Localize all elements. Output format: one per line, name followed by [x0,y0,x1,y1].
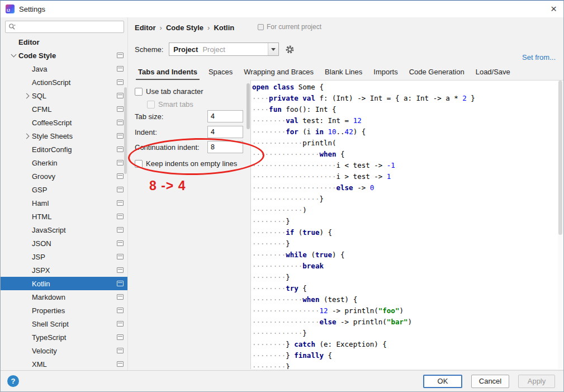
settings-page-icon [117,66,124,72]
scheme-value: Project [173,45,198,54]
sidebar-item-coffeescript[interactable]: CoffeeScript [1,116,127,129]
sidebar-item-typescript[interactable]: TypeScript [1,330,127,344]
chevron-down-icon[interactable] [8,49,18,62]
gear-icon[interactable] [285,44,295,54]
settings-page-icon [117,321,124,327]
arrow-spacer [22,330,32,344]
sidebar-item-label: HTML [32,212,51,221]
code-line: ········for (i in 10..42) { [252,126,563,138]
sidebar-item-markdown[interactable]: Markdown [1,290,127,304]
sidebar-item-velocity[interactable]: Velocity [1,344,127,357]
whitespace-dots: ········ [252,273,286,281]
sidebar-item-jsp[interactable]: JSP [1,250,127,263]
whitespace-dots: ············ [252,295,302,304]
preview-scrollbar[interactable] [558,81,563,369]
breadcrumb-editor[interactable]: Editor [135,23,156,32]
settings-page-icon [117,281,124,286]
settings-page-icon [117,106,124,112]
sidebar-item-actionscript[interactable]: ActionScript [1,75,127,89]
keep-indents-row[interactable]: Keep indents on empty lines [135,159,237,168]
form-scrollbar[interactable] [247,83,250,129]
code-line: ················12 -> println("foo") [252,305,563,317]
tab-spaces[interactable]: Spaces [203,64,238,80]
sidebar-item-label: JSPX [32,266,50,275]
keep-indents-checkbox[interactable] [135,160,143,168]
code-line: ····················i < test -> -1 [252,160,563,171]
sidebar-item-gherkin[interactable]: Gherkin [1,156,127,169]
sidebar-item-editorconfig[interactable]: EditorConfig [1,143,127,156]
tab-load-save[interactable]: Load/Save [470,64,516,80]
whitespace-dots: ········ [252,228,286,237]
use-tab-character-row[interactable]: Use tab character [135,87,203,96]
help-button[interactable]: ? [7,375,19,387]
sidebar-item-html[interactable]: HTML [1,210,127,223]
sidebar-item-code-style[interactable]: Code Style [1,49,127,62]
breadcrumb-separator: › [160,23,162,32]
whitespace-dots: ···················· [252,161,336,169]
settings-page-icon [117,240,124,246]
sidebar-item-json[interactable]: JSON [1,237,127,250]
sidebar-item-label: Velocity [32,347,57,355]
sidebar-item-javascript[interactable]: JavaScript [1,223,127,237]
sidebar-item-style-sheets[interactable]: Style Sheets [1,129,127,143]
breadcrumb-code-style[interactable]: Code Style [166,23,203,32]
settings-main-panel: Editor›Code Style›Kotlin For current pro… [128,17,563,370]
tab-size-input[interactable] [207,110,243,122]
sidebar-item-properties[interactable]: Properties [1,304,127,317]
whitespace-dots: ········ [252,362,286,369]
whitespace-dots: ········ [252,116,286,125]
close-icon[interactable]: × [551,2,557,16]
code-line: ················when { [252,149,563,160]
tab-imports[interactable]: Imports [368,64,403,80]
sidebar-item-sql[interactable]: SQL [1,89,127,102]
sidebar-item-label: XML [32,360,47,369]
sidebar-item-java[interactable]: Java [1,62,127,75]
sidebar-item-kotlin[interactable]: Kotlin [1,277,127,290]
current-project-note: For current project [258,23,321,31]
code-line: ····················else -> 0 [252,182,563,193]
set-from-link[interactable]: Set from... [522,53,556,62]
chevron-right-icon[interactable] [22,89,32,102]
ok-button[interactable]: OK [423,375,462,388]
sidebar-item-haml[interactable]: Haml [1,196,127,210]
dropdown-arrow-icon[interactable] [268,43,278,55]
code-line: ················} [252,193,563,205]
arrow-spacer [22,223,32,237]
arrow-spacer [22,196,32,210]
use-tab-character-checkbox[interactable] [135,88,143,96]
sidebar-scrollbar[interactable] [124,87,127,174]
code-line: ····private val f: (Int) -> Int = { a: I… [252,93,563,104]
sidebar-item-jspx[interactable]: JSPX [1,263,127,277]
whitespace-dots: ················ [252,150,319,158]
chevron-right-icon[interactable] [22,129,32,143]
search-box[interactable] [5,21,124,33]
cancel-button[interactable]: Cancel [471,375,509,388]
whitespace-dots: ···· [252,94,269,102]
tab-wrapping-and-braces[interactable]: Wrapping and Braces [238,64,319,80]
sidebar-item-label: Shell Script [32,320,69,328]
sidebar-item-shell-script[interactable]: Shell Script [1,317,127,330]
sidebar-item-label: Style Sheets [32,132,73,140]
code-line: ········} [252,272,563,283]
continuation-indent-input[interactable] [207,141,243,153]
code-line: ········try { [252,283,563,294]
tab-code-generation[interactable]: Code Generation [404,64,470,80]
sidebar-item-cfml[interactable]: CFML [1,102,127,116]
sidebar-item-xml[interactable]: XML [1,357,127,370]
arrow-spacer [22,210,32,223]
breadcrumb: Editor›Code Style›Kotlin [135,22,234,33]
arrow-spacer [22,237,32,250]
tab-tabs-and-indents[interactable]: Tabs and Indents [132,64,203,80]
sidebar-item-gsp[interactable]: GSP [1,183,127,196]
tab-blank-lines[interactable]: Blank Lines [319,64,368,80]
sidebar-item-editor[interactable]: Editor [1,35,127,49]
smart-tabs-row: Smart tabs [147,100,193,108]
whitespace-dots: ········ [252,340,286,348]
arrow-spacer [22,183,32,196]
tabs-and-indents-content: Use tab character Smart tabs Tab size: I… [128,80,563,370]
settings-search-input[interactable] [18,23,124,31]
sidebar-item-groovy[interactable]: Groovy [1,169,127,183]
breadcrumb-kotlin[interactable]: Kotlin [214,23,234,32]
indent-input[interactable] [207,126,243,138]
scheme-dropdown[interactable]: Project Project [169,42,279,56]
